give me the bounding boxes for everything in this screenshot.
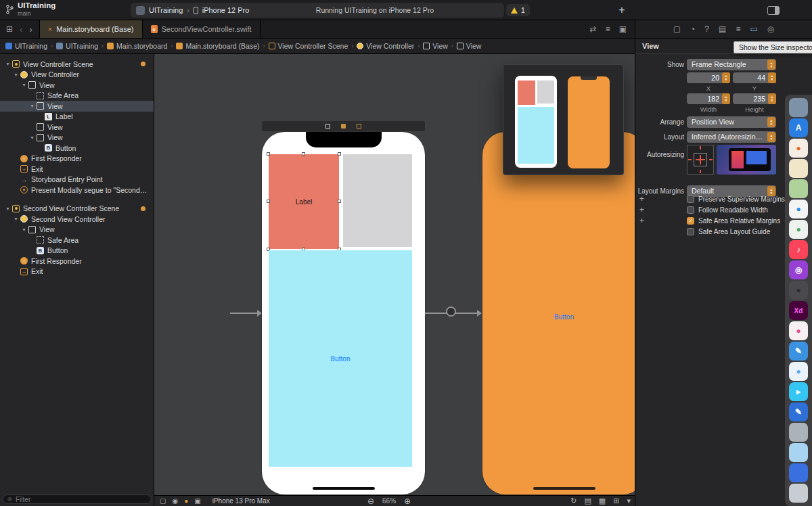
finder-icon[interactable] bbox=[789, 98, 808, 117]
storyboard-preview-panel[interactable] bbox=[503, 64, 624, 175]
outline-item[interactable]: View bbox=[0, 122, 154, 133]
zoom-in-button[interactable]: ⊕ bbox=[404, 497, 411, 506]
quick-help-inspector-tab[interactable]: ? bbox=[704, 24, 709, 34]
app-store-icon[interactable]: A bbox=[789, 118, 808, 137]
blue-app-icon[interactable] bbox=[789, 463, 808, 482]
run-destination[interactable]: iPhone 12 Pro bbox=[202, 6, 250, 14]
arrange-dropdown[interactable]: Position View ▴▾ bbox=[687, 116, 776, 128]
disclosure-chevron-icon[interactable]: ▾ bbox=[12, 216, 20, 222]
outline-item[interactable]: ↑First Responder bbox=[0, 256, 154, 267]
device-bezels-icon[interactable]: ▢ bbox=[160, 497, 166, 505]
breadcrumb-item[interactable]: View bbox=[457, 42, 482, 50]
selection-handle[interactable] bbox=[338, 152, 341, 156]
editor-arrangement-icon[interactable]: ⇄ bbox=[590, 24, 597, 34]
add-editor-icon[interactable]: ▣ bbox=[619, 24, 627, 34]
disclosure-chevron-icon[interactable]: ▾ bbox=[28, 103, 36, 109]
inspector-toggle-icon[interactable] bbox=[767, 6, 780, 15]
notes-icon[interactable] bbox=[789, 159, 808, 178]
scene-config-icon-2[interactable] bbox=[341, 124, 346, 129]
outline-item[interactable]: ▾View Controller bbox=[0, 70, 154, 80]
button-text[interactable]: Button bbox=[482, 313, 635, 321]
firefox-icon[interactable]: ● bbox=[789, 139, 808, 158]
outline-item[interactable]: Safe Area bbox=[0, 91, 154, 101]
outline-item[interactable]: ▾Second View Controller Scene bbox=[0, 204, 154, 214]
selection-handle[interactable] bbox=[267, 200, 270, 203]
width-field[interactable]: 182 ▴▾ bbox=[687, 93, 730, 104]
outline-item[interactable]: Safe Area bbox=[0, 235, 154, 246]
gray-app-icon[interactable] bbox=[789, 423, 808, 442]
second-view-controller-device[interactable]: Button bbox=[482, 132, 635, 495]
outline-item[interactable]: BButton bbox=[0, 246, 154, 256]
stepper-icon[interactable]: ▴▾ bbox=[768, 72, 776, 83]
outline-item[interactable]: BButton bbox=[0, 143, 154, 154]
library-add-button[interactable]: + bbox=[614, 3, 629, 18]
height-field[interactable]: 235 ▴▾ bbox=[733, 93, 776, 104]
layout-dropdown[interactable]: Inferred (Autoresizing Mas… ▴▾ bbox=[687, 131, 776, 143]
cyan-view[interactable]: Button bbox=[269, 250, 412, 467]
outline-item[interactable]: ▾View bbox=[0, 101, 154, 112]
button-text[interactable]: Button bbox=[331, 355, 351, 363]
align-icon[interactable]: ▦ bbox=[599, 497, 606, 505]
size-inspector-tab[interactable]: ▭ bbox=[750, 24, 757, 34]
outline-item[interactable]: →Storyboard Entry Point bbox=[0, 175, 154, 185]
breadcrumb-item[interactable]: Main.storyboard (Base) bbox=[176, 42, 259, 50]
breadcrumb-item[interactable]: View Controller bbox=[357, 42, 414, 50]
add-margin-button[interactable]: + bbox=[639, 194, 648, 204]
close-tab-icon[interactable]: × bbox=[48, 25, 52, 33]
chrome-icon[interactable]: ● bbox=[789, 220, 808, 239]
stepper-icon[interactable]: ▴▾ bbox=[722, 72, 730, 83]
disclosure-chevron-icon[interactable]: ▾ bbox=[4, 206, 12, 212]
file-inspector-tab[interactable]: ▢ bbox=[673, 24, 681, 34]
y-field[interactable]: 44 ▴▾ bbox=[733, 72, 776, 83]
scene-dot-indicator[interactable] bbox=[141, 62, 145, 66]
selection-handle[interactable] bbox=[302, 152, 305, 156]
camera-icon[interactable]: ● bbox=[789, 281, 808, 300]
adobe-xd-icon[interactable]: Xd bbox=[789, 301, 808, 320]
disclosure-chevron-icon[interactable]: ▾ bbox=[28, 135, 36, 141]
checkbox-icon[interactable] bbox=[687, 206, 694, 214]
selection-handle[interactable] bbox=[338, 200, 341, 203]
scene-config-icon-1[interactable] bbox=[325, 124, 330, 129]
stack-icon[interactable]: ▤ bbox=[584, 497, 591, 505]
navigate-back-icon[interactable]: ‹ bbox=[20, 24, 22, 34]
outline-item[interactable]: ▾Second View Controller bbox=[0, 214, 154, 225]
gray-view[interactable] bbox=[343, 154, 412, 247]
zoom-out-button[interactable]: ⊖ bbox=[367, 497, 374, 506]
add-margin-button[interactable]: + bbox=[639, 216, 648, 225]
disclosure-chevron-icon[interactable]: ▾ bbox=[20, 82, 28, 88]
update-frames-icon[interactable]: ↻ bbox=[570, 497, 577, 505]
outline-item[interactable]: ↑First Responder bbox=[0, 154, 154, 164]
outline-item[interactable]: ▾View bbox=[0, 225, 154, 235]
photos-icon[interactable] bbox=[789, 179, 808, 198]
x-field[interactable]: 20 ▴▾ bbox=[687, 72, 730, 83]
checkbox-checked-icon[interactable]: ✓ bbox=[687, 217, 694, 225]
filter-input[interactable] bbox=[16, 496, 147, 503]
filter-bar[interactable]: ◎ bbox=[3, 495, 152, 504]
resolve-autolayout-icon[interactable]: ▾ bbox=[627, 497, 631, 505]
add-margin-button[interactable]: + bbox=[639, 205, 648, 214]
adjust-variants-icon[interactable]: ▣ bbox=[194, 497, 200, 505]
outline-item[interactable]: LLabel bbox=[0, 112, 154, 122]
related-items-icon[interactable]: ⊞ bbox=[6, 24, 13, 34]
autoresizing-control[interactable] bbox=[687, 145, 714, 175]
attributes-inspector-tab[interactable]: ≡ bbox=[736, 24, 740, 34]
tab-secondviewcontroller[interactable]: s SecondViewController.swift bbox=[143, 20, 261, 38]
selection-handle[interactable] bbox=[267, 152, 270, 156]
pink-app-icon[interactable]: ● bbox=[789, 321, 808, 340]
breadcrumb-item[interactable]: UITraining bbox=[5, 42, 47, 50]
identity-inspector-tab[interactable]: ▤ bbox=[719, 24, 726, 34]
disclosure-chevron-icon[interactable]: ▾ bbox=[20, 227, 28, 233]
outline-item[interactable]: ▾View bbox=[0, 80, 154, 91]
checkbox-icon[interactable] bbox=[687, 196, 694, 203]
disclosure-chevron-icon[interactable]: ▾ bbox=[12, 72, 20, 78]
add-constraints-icon[interactable]: ⊞ bbox=[613, 497, 619, 505]
connections-inspector-tab[interactable]: ◎ bbox=[767, 24, 774, 34]
breadcrumb-item[interactable]: View Controller Scene bbox=[269, 42, 348, 50]
scene-dot-indicator[interactable] bbox=[141, 206, 145, 211]
minimap-icon[interactable]: ≡ bbox=[606, 24, 610, 34]
canvas-device-name[interactable]: iPhone 13 Pro Max bbox=[212, 497, 270, 505]
facetime-icon[interactable]: ▸ bbox=[789, 382, 808, 401]
entry-point-arrow[interactable] bbox=[230, 313, 258, 314]
view-controller-device[interactable]: Label Button bbox=[262, 132, 425, 495]
navigate-forward-icon[interactable]: › bbox=[29, 24, 32, 34]
